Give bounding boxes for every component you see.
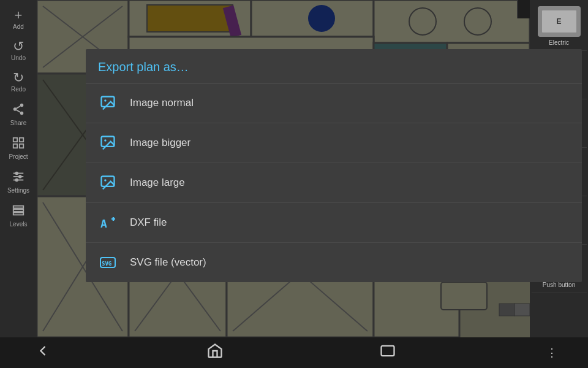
svg-rect-17 [13, 213, 24, 215]
svg-rect-6 [20, 138, 23, 142]
svg-rect-16 [13, 209, 24, 212]
image-normal-icon [98, 93, 118, 113]
project-label: Project [9, 153, 28, 160]
project-icon [12, 136, 25, 152]
dialog-title: Export plan as… [86, 49, 582, 83]
svg-rect-15 [13, 206, 24, 209]
levels-label: Levels [10, 221, 28, 228]
image-normal-label: Image normal [130, 97, 194, 109]
svg-point-66 [104, 179, 107, 182]
electric-label: Electric [549, 39, 569, 47]
back-button[interactable] [24, 337, 61, 368]
settings-icon [12, 170, 25, 186]
settings-button[interactable]: Settings [2, 166, 34, 197]
bottom-nav-bar: ⋮ [0, 337, 588, 368]
svg-line-3 [17, 110, 20, 112]
svg-rect-72 [381, 346, 394, 356]
svg-label: SVG file (vector) [130, 256, 206, 269]
project-button[interactable]: Project [2, 132, 34, 164]
add-label: Add [13, 23, 24, 30]
add-button[interactable]: + Add [2, 5, 34, 34]
redo-icon: ↻ [13, 71, 24, 85]
svg-rect-7 [13, 144, 17, 148]
undo-button[interactable]: ↺ Undo [2, 36, 34, 65]
dxf-icon: A [98, 213, 118, 232]
settings-label: Settings [7, 187, 29, 194]
export-dialog: Export plan as… Image normal Image bigge… [86, 49, 582, 282]
svg-point-62 [104, 99, 107, 102]
dxf-label: DXF file [130, 217, 167, 229]
image-bigger-label: Image bigger [130, 137, 190, 149]
svg-point-14 [15, 179, 18, 182]
svg-point-1 [13, 107, 17, 111]
svg-point-2 [20, 112, 24, 115]
svg-rect-5 [13, 138, 17, 142]
svg-point-64 [104, 139, 107, 142]
export-image-normal[interactable]: Image normal [86, 83, 582, 123]
svg-text:A: A [100, 217, 107, 230]
redo-button[interactable]: ↻ Redo [2, 67, 34, 96]
svg-text:SVG: SVG [102, 261, 111, 267]
share-label: Share [10, 120, 27, 126]
home-button[interactable] [197, 337, 233, 368]
add-icon: + [15, 9, 23, 22]
undo-icon: ↺ [13, 40, 24, 53]
more-button[interactable]: ⋮ [541, 341, 564, 364]
share-icon [12, 102, 25, 118]
export-dxf[interactable]: A DXF file [86, 203, 582, 243]
image-large-icon [98, 173, 118, 193]
levels-icon [12, 204, 25, 220]
image-bigger-icon [98, 133, 118, 153]
svg-icon: SVG [98, 253, 118, 272]
push-label: Push button [543, 282, 575, 289]
svg-point-12 [15, 172, 18, 175]
undo-label: Undo [11, 55, 26, 61]
redo-label: Redo [11, 86, 26, 93]
electric-icon: E [538, 6, 581, 37]
share-button[interactable]: Share [2, 99, 34, 130]
svg-line-4 [17, 106, 20, 109]
recent-button[interactable] [369, 337, 406, 368]
levels-button[interactable]: Levels [2, 200, 34, 231]
export-svg[interactable]: SVG SVG file (vector) [86, 243, 582, 282]
left-toolbar: + Add ↺ Undo ↻ Redo Share Project [0, 0, 37, 337]
export-image-large[interactable]: Image large [86, 163, 582, 203]
svg-point-13 [19, 175, 21, 178]
svg-point-0 [20, 104, 24, 107]
export-image-bigger[interactable]: Image bigger [86, 123, 582, 163]
svg-rect-8 [20, 144, 23, 148]
image-large-label: Image large [130, 177, 185, 189]
right-item-electric[interactable]: E Electric [532, 2, 587, 51]
